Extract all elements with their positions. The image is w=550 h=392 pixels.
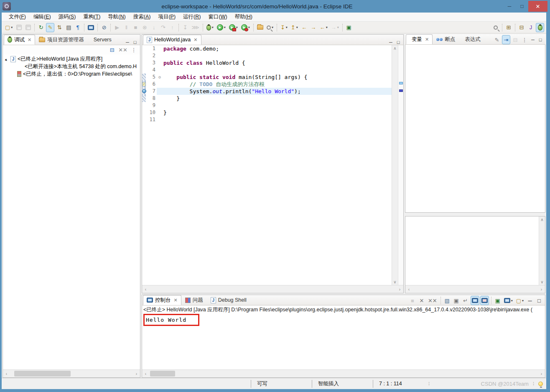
view-menu-icon[interactable]: ⋮ [520, 35, 529, 44]
terminate-icon[interactable]: ■ [131, 23, 140, 32]
open-console-icon[interactable]: ▢▾ [515, 296, 525, 305]
menu-item-p[interactable]: 项目(P) [154, 13, 179, 21]
tab-变量[interactable]: 变量✕ [406, 34, 433, 44]
minimize-window-icon[interactable]: ─ [503, 2, 516, 11]
editor-hscrollbar[interactable]: ‹ › [142, 285, 403, 293]
tab-项目资源管理器[interactable]: 项目资源管理器 [35, 35, 88, 45]
scroll-up-icon[interactable]: ∧ [539, 217, 546, 222]
step-into-icon[interactable]: ↓ [150, 23, 158, 32]
scroll-left-icon[interactable]: ‹ [3, 372, 10, 376]
tab-表达式[interactable]: 表达式 [459, 34, 484, 44]
display-console-icon-dropdown[interactable]: ▾ [511, 299, 513, 303]
collapse-all-icon[interactable]: ⊟ [108, 45, 116, 54]
scroll-left-icon[interactable]: ‹ [142, 287, 149, 292]
expand-arrow-icon[interactable]: ▾ [4, 56, 10, 62]
coverage-icon-dropdown[interactable]: ▾ [236, 25, 238, 29]
menu-item-t[interactable]: 重构(T) [79, 13, 104, 21]
tip-lamp-icon[interactable] [538, 382, 543, 386]
remove-launch-icon[interactable]: ✕ [418, 296, 426, 305]
debug-perspective-icon[interactable] [536, 23, 544, 32]
editor-vscrollbar[interactable]: ∧ ∨ [392, 45, 398, 285]
skip-all-breakpoints-icon[interactable]: ⊘ [100, 23, 108, 32]
tab-控制台[interactable]: 控制台✕ [143, 295, 181, 305]
console-minimize-icon[interactable]: ─ [526, 296, 534, 305]
menu-item-e[interactable]: 编辑(E) [30, 13, 55, 21]
save-icon[interactable] [15, 23, 23, 32]
tab-servers[interactable]: Servers [88, 35, 115, 45]
mark-occurrences-icon[interactable]: ✎ [46, 23, 54, 32]
next-edit-location-icon-dropdown[interactable]: ▾ [296, 25, 298, 29]
scroll-right-icon[interactable]: › [396, 287, 403, 292]
back-icon[interactable]: ← [300, 23, 308, 32]
search-icon-dropdown[interactable]: ▾ [272, 25, 273, 29]
tab-helloworld-java[interactable]: J HelloWorld.java ✕ [143, 35, 201, 45]
scroll-right-icon[interactable]: › [133, 372, 140, 376]
breakpoint-marker-icon[interactable] [399, 89, 403, 92]
forward-icon[interactable]: → [309, 23, 318, 32]
menu-item-h[interactable]: 帮助(H) [231, 13, 256, 21]
tree-item[interactable]: <已断开连接>本地主机 54738 处的 com.demo.H [3, 63, 140, 70]
run-icon[interactable]: ▾ [216, 23, 227, 32]
word-wrap-icon[interactable]: ↵ [461, 296, 470, 305]
detail-vscrollbar[interactable]: ∧ ∨ [539, 216, 545, 285]
variables-tree[interactable] [405, 45, 545, 213]
open-type-hierarchy-icon[interactable]: ⇅ [55, 23, 64, 32]
javaee-perspective-icon[interactable]: ⊟ [517, 23, 526, 32]
tab-调试[interactable]: 调试✕ [4, 35, 35, 45]
synchronize-icon[interactable]: ↻ [37, 23, 45, 32]
pin-editor-icon[interactable]: ▣ [345, 23, 353, 32]
step-over-icon[interactable]: ↷ [159, 23, 167, 32]
scroll-thumb[interactable] [14, 371, 71, 377]
close-icon[interactable]: ✕ [425, 37, 429, 42]
show-whitespace-icon[interactable]: ¶ [74, 23, 82, 32]
drop-to-frame-icon[interactable]: ↧ [181, 23, 189, 32]
tab-断点[interactable]: 断点 [433, 34, 459, 44]
console-maximize-icon[interactable]: □ [535, 296, 543, 305]
use-step-filters-icon[interactable]: ⋙ [190, 23, 201, 32]
debug-icon[interactable]: ▾ [205, 23, 215, 32]
maximize-view-icon[interactable]: □ [395, 40, 402, 45]
breakpoint-icon[interactable] [142, 89, 146, 93]
step-return-icon[interactable]: ↑ [168, 23, 176, 32]
scroll-down-icon[interactable]: ∨ [539, 280, 546, 284]
menu-item-s[interactable]: 源码(S) [55, 13, 80, 21]
task-marker-icon[interactable]: ✓ [142, 82, 146, 87]
show-stderr-icon[interactable] [480, 296, 489, 305]
minimize-view-icon[interactable]: ─ [387, 40, 395, 45]
debug-hscrollbar[interactable]: ‹ › [3, 369, 140, 377]
coverage-icon[interactable]: ▾ [228, 23, 239, 32]
save-all-icon[interactable] [24, 23, 32, 32]
open-console-icon[interactable] [87, 23, 95, 32]
terminate-icon[interactable]: ■ [408, 296, 417, 305]
new-wizard-icon-dropdown[interactable]: ▾ [11, 25, 13, 29]
close-icon[interactable]: ✕ [194, 37, 197, 43]
show-stdout-icon[interactable] [471, 296, 479, 305]
scroll-track[interactable] [10, 370, 133, 377]
console-output-area[interactable]: <已终止> HelloWorld [Java 应用程序] D:\Program … [142, 305, 545, 369]
search-icon[interactable]: ▾ [265, 23, 275, 32]
run-icon-dropdown[interactable]: ▾ [224, 25, 226, 29]
quick-search-icon[interactable] [491, 23, 500, 32]
menu-item-n[interactable]: 导航(N) [104, 13, 129, 21]
back-history-icon[interactable]: ←▾ [318, 23, 329, 32]
pin-console-icon[interactable]: ▣ [494, 296, 502, 305]
new-wizard-icon[interactable]: ▢▾ [4, 23, 14, 32]
scroll-track[interactable] [412, 285, 538, 293]
close-window-icon[interactable]: ✕ [528, 1, 547, 12]
tab-debug-shell[interactable]: JDebug Shell [207, 295, 250, 305]
menu-item-w[interactable]: 窗口(W) [204, 13, 231, 21]
menu-item-a[interactable]: 搜索(A) [130, 13, 155, 21]
maximize-view-icon[interactable]: □ [131, 40, 139, 45]
minimize-view-icon[interactable]: ─ [529, 37, 537, 42]
scroll-right-icon[interactable]: › [538, 372, 545, 376]
overview-ruler[interactable] [398, 45, 403, 285]
menu-item-r[interactable]: 运行(R) [179, 13, 204, 21]
scroll-down-icon[interactable]: ∨ [392, 280, 399, 284]
suspend-icon[interactable]: ‖ [122, 23, 130, 32]
fold-marker-icon[interactable]: ⊖ [157, 74, 163, 81]
open-console-icon-dropdown[interactable]: ▾ [522, 299, 524, 303]
scroll-up-icon[interactable]: ∧ [392, 46, 399, 51]
view-menu-icon[interactable]: ⋮ [130, 45, 138, 54]
minimize-view-icon[interactable]: ─ [124, 40, 131, 45]
show-logical-structures-icon[interactable]: ✎ [493, 35, 501, 44]
